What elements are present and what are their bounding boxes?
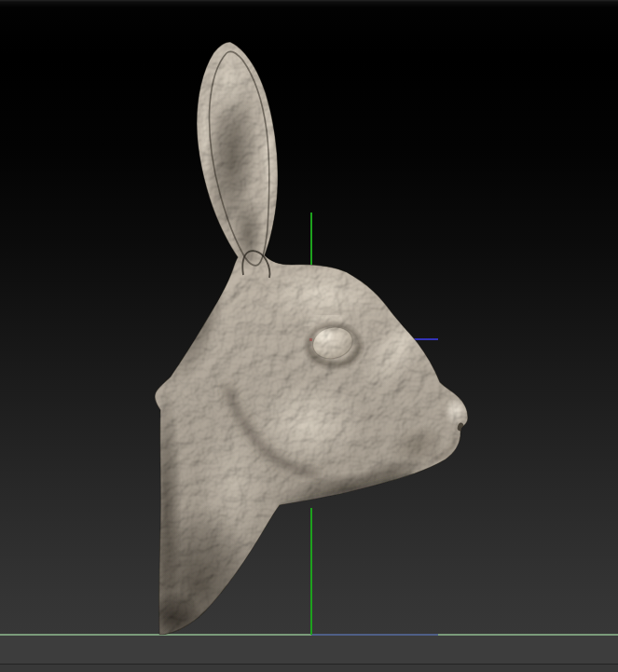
rabbit-head-model[interactable] bbox=[0, 0, 618, 672]
x-axis-origin-dot bbox=[309, 338, 312, 341]
chest-shadow bbox=[140, 503, 255, 662]
model-shading bbox=[140, 28, 494, 662]
chest-deep-shadow bbox=[144, 592, 203, 644]
ear-base-shadow bbox=[232, 196, 264, 270]
sculpt-viewport[interactable] bbox=[0, 0, 618, 672]
ear-top-highlight bbox=[208, 47, 253, 125]
nose-tip-highlight bbox=[444, 397, 468, 425]
skull-highlight bbox=[264, 267, 379, 322]
model-surface bbox=[140, 28, 494, 662]
